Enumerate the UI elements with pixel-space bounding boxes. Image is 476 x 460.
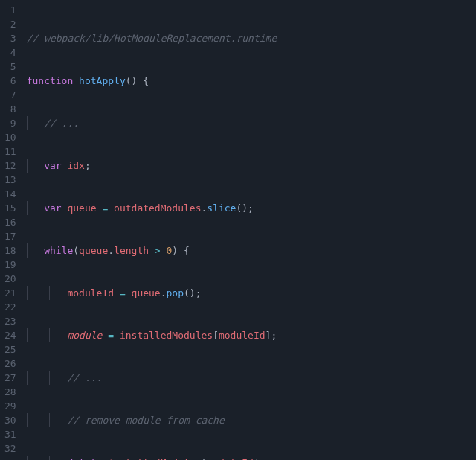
method: slice xyxy=(207,202,236,214)
line-number: 27 xyxy=(4,371,16,385)
code-line: module = installedModules[moduleId]; xyxy=(27,328,476,342)
line-number: 25 xyxy=(4,342,16,357)
punct: ; xyxy=(85,160,91,171)
comment: // webpack/lib/HotModuleReplacement.runt… xyxy=(27,33,277,44)
operator: = xyxy=(97,202,114,214)
property: length xyxy=(114,245,149,256)
line-number: 15 xyxy=(4,201,16,215)
comment: // ... xyxy=(67,372,102,383)
line-number: 4 xyxy=(4,45,16,60)
line-number: 18 xyxy=(4,243,16,258)
function-name: hotApply xyxy=(79,75,126,86)
identifier: outdatedModules xyxy=(114,202,201,214)
line-number: 24 xyxy=(4,328,16,342)
line-number: 3 xyxy=(4,31,16,45)
punct: [ xyxy=(213,330,219,341)
identifier: installedModules xyxy=(120,330,213,341)
keyword-var: var xyxy=(44,202,61,214)
line-number: 8 xyxy=(4,102,16,116)
identifier: idx xyxy=(67,160,84,171)
line-number: 20 xyxy=(4,272,16,286)
code-line: delete installedModules[moduleId]; xyxy=(27,456,476,460)
comment: // remove module from cache xyxy=(67,415,224,426)
line-number: 23 xyxy=(4,314,16,328)
code-editor: 1 2 3 4 5 6 7 8 9 10 11 12 13 14 15 16 1… xyxy=(0,0,476,460)
code-line: function hotApply() { xyxy=(27,74,476,88)
punct: () xyxy=(126,75,138,86)
punct: ( xyxy=(73,245,79,256)
punct: (); xyxy=(184,287,201,298)
code-line: // remove module from cache xyxy=(27,413,476,427)
operator: > xyxy=(149,245,166,256)
identifier: installedModules xyxy=(108,457,201,460)
punct: ]; xyxy=(266,330,277,341)
punct: ) { xyxy=(172,245,189,256)
line-number-gutter: 1 2 3 4 5 6 7 8 9 10 11 12 13 14 15 16 1… xyxy=(0,0,24,460)
code-line: moduleId = queue.pop(); xyxy=(27,286,476,300)
identifier: queue xyxy=(67,202,96,214)
line-number: 11 xyxy=(4,144,16,159)
code-line: var queue = outdatedModules.slice(); xyxy=(27,201,476,215)
line-number: 30 xyxy=(4,413,16,427)
identifier: queue xyxy=(132,287,161,298)
line-number: 9 xyxy=(4,116,16,130)
code-line: while(queue.length > 0) { xyxy=(27,243,476,258)
code-line: // webpack/lib/HotModuleReplacement.runt… xyxy=(27,31,476,45)
punct: (); xyxy=(236,202,253,214)
line-number: 14 xyxy=(4,187,16,201)
method: pop xyxy=(167,287,184,298)
keyword-function: function xyxy=(27,75,74,86)
line-number: 17 xyxy=(4,229,16,243)
comment: // ... xyxy=(44,118,79,129)
line-number: 19 xyxy=(4,258,16,272)
line-number: 1 xyxy=(4,3,16,17)
line-number: 29 xyxy=(4,399,16,413)
line-number: 2 xyxy=(4,17,16,31)
line-number: 7 xyxy=(4,88,16,102)
identifier: moduleId xyxy=(219,330,266,341)
line-number: 12 xyxy=(4,159,16,173)
punct: . xyxy=(108,245,114,256)
identifier: queue xyxy=(79,245,108,256)
line-number: 10 xyxy=(4,130,16,144)
code-line: // ... xyxy=(27,371,476,385)
line-number: 28 xyxy=(4,385,16,399)
line-number: 6 xyxy=(4,74,16,88)
line-number: 5 xyxy=(4,60,16,74)
keyword-delete: delete xyxy=(67,457,102,460)
code-content[interactable]: // webpack/lib/HotModuleReplacement.runt… xyxy=(24,0,476,460)
punct: { xyxy=(137,75,149,86)
line-number: 26 xyxy=(4,357,16,371)
line-number: 32 xyxy=(4,441,16,456)
punct: ]; xyxy=(254,457,266,460)
code-line: var idx; xyxy=(27,159,476,173)
line-number: 16 xyxy=(4,215,16,229)
operator: = xyxy=(114,287,131,298)
identifier: moduleId xyxy=(67,287,114,298)
operator: = xyxy=(102,330,119,341)
punct: . xyxy=(161,287,167,298)
keyword-while: while xyxy=(44,245,73,256)
line-number: 22 xyxy=(4,300,16,314)
line-number: 21 xyxy=(4,286,16,300)
identifier: module xyxy=(67,330,102,341)
keyword-var: var xyxy=(44,160,61,171)
line-number: 13 xyxy=(4,173,16,187)
line-number: 31 xyxy=(4,427,16,441)
identifier: moduleId xyxy=(207,457,254,460)
code-line: // ... xyxy=(27,116,476,130)
